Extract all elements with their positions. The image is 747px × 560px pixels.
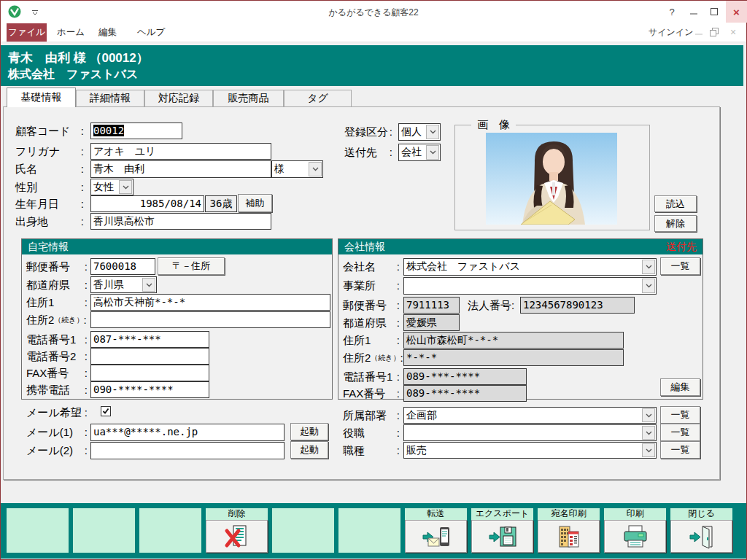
birthplace-field[interactable]: 香川県高松市 <box>90 213 271 230</box>
help-button[interactable]: ? <box>661 1 683 23</box>
jobtype-label: 職種 <box>343 442 400 459</box>
toolbar-slot-empty <box>338 508 400 553</box>
chevron-down-icon[interactable] <box>642 426 655 440</box>
customer-code-field[interactable]: 00012 <box>90 122 182 139</box>
customer-photo <box>486 133 617 225</box>
export-button[interactable]: エクスポート <box>471 508 533 553</box>
company-name-combo[interactable]: 株式会社 ファストバス <box>403 258 657 276</box>
company-fax-field: 089-***-**** <box>403 385 527 402</box>
home-tel2-label: 電話番号2 <box>26 348 88 365</box>
window-title: かるがるできる顧客22 <box>1 7 746 19</box>
close-app-button[interactable]: 閉じる <box>670 508 732 553</box>
registration-type-label: 登録区分 <box>344 123 392 140</box>
mdi-restore-button[interactable] <box>710 23 719 42</box>
transfer-button[interactable]: 転送 <box>405 508 467 553</box>
address-print-button[interactable]: 宛名印刷 <box>538 508 600 553</box>
tab-sales-products[interactable]: 販売商品 <box>213 90 284 106</box>
company-list-button[interactable]: 一覧 <box>660 257 700 275</box>
company-addr2-label: 住所2（続き） <box>343 349 403 366</box>
chevron-down-icon[interactable] <box>642 443 655 457</box>
chevron-down-icon[interactable] <box>642 279 655 293</box>
jobtype-list-button[interactable]: 一覧 <box>660 441 700 459</box>
department-combo[interactable]: 企画部 <box>403 407 657 424</box>
menu-file[interactable]: ファイル <box>7 23 47 42</box>
zip-to-address-button[interactable]: 〒－住所 <box>158 257 225 275</box>
home-mobile-field[interactable]: 090-****-**** <box>90 381 209 398</box>
mail1-field[interactable]: ua***@*****.ne.jp <box>90 424 285 441</box>
maximize-button[interactable] <box>703 1 725 23</box>
company-pref-field: 愛媛県 <box>403 314 460 331</box>
address-print-icon <box>554 524 584 549</box>
mail2-label: メール(2) <box>26 442 88 459</box>
print-button[interactable]: 印刷 <box>604 508 666 553</box>
chevron-down-icon[interactable] <box>642 260 655 274</box>
mdi-minimize-button[interactable] <box>695 23 703 42</box>
minimize-button[interactable] <box>683 1 705 23</box>
home-addr2-field[interactable] <box>90 311 330 328</box>
customer-banner: 青木 由利 様 （00012） 株式会社 ファストバス <box>1 45 743 86</box>
chevron-down-icon[interactable] <box>642 408 655 422</box>
menu-home[interactable]: ホーム <box>57 23 85 42</box>
department-list-button[interactable]: 一覧 <box>660 406 700 424</box>
menu-help[interactable]: ヘルプ <box>137 23 165 42</box>
toolbar-slot-empty <box>7 508 69 553</box>
company-tel1-field: 089-***-**** <box>403 368 527 385</box>
office-label: 事業所 <box>343 277 400 294</box>
honorific-combo[interactable]: 様 <box>271 160 323 178</box>
customer-code-label: 顧客コード <box>15 122 84 139</box>
home-fax-field[interactable] <box>90 365 209 381</box>
mail-wish-checkbox[interactable] <box>101 406 111 416</box>
company-addr1-label: 住所1 <box>343 332 400 349</box>
image-load-button[interactable]: 読込 <box>654 195 697 212</box>
office-combo[interactable] <box>403 277 657 295</box>
mail-wish-label: メール希望 <box>26 404 88 421</box>
birthdate-field[interactable]: 1985/08/14 <box>90 195 204 212</box>
menu-bar: ファイル ホーム 編集 ヘルプ サインイン × <box>1 23 746 42</box>
role-list-button[interactable]: 一覧 <box>660 424 700 441</box>
company-zip-label: 郵便番号 <box>343 297 400 314</box>
corporate-number-field: 1234567890123 <box>520 297 635 314</box>
chevron-down-icon[interactable] <box>426 145 439 160</box>
role-combo[interactable] <box>403 424 657 441</box>
mail1-launch-button[interactable]: 起動 <box>290 423 328 440</box>
mail2-launch-button[interactable]: 起動 <box>290 441 328 459</box>
signin-button[interactable]: サインイン <box>649 23 693 42</box>
home-zip-field[interactable]: 7600018 <box>90 258 155 275</box>
print-icon <box>621 524 650 549</box>
chevron-down-icon[interactable] <box>426 125 439 139</box>
delete-button[interactable]: 削除 <box>206 508 268 553</box>
furigana-label: フリガナ <box>15 143 84 160</box>
assist-button[interactable]: 補助 <box>238 194 272 212</box>
image-clear-button[interactable]: 解除 <box>654 215 697 232</box>
chevron-down-icon[interactable] <box>119 180 132 194</box>
jobtype-combo[interactable]: 販売 <box>403 442 657 459</box>
home-pref-combo[interactable]: 香川県 <box>90 276 157 293</box>
gender-combo[interactable]: 女性 <box>90 179 133 195</box>
toolbar-slot-empty <box>272 508 334 553</box>
home-addr1-field[interactable]: 高松市天神前*-*-* <box>90 294 330 311</box>
tab-response-records[interactable]: 対応記録 <box>144 90 213 106</box>
mdi-close-button[interactable]: × <box>730 23 736 42</box>
sendto-combo[interactable]: 会社 <box>398 144 441 161</box>
mail2-field[interactable] <box>90 442 285 459</box>
chevron-down-icon[interactable] <box>142 278 155 292</box>
name-field[interactable]: 青木 由利 <box>90 160 271 178</box>
sendto-badge: 送付先 <box>666 239 697 254</box>
close-button[interactable]: × <box>726 1 747 23</box>
tab-tag[interactable]: タグ <box>284 90 352 106</box>
tab-basic-info[interactable]: 基礎情報 <box>7 88 76 107</box>
chevron-down-icon[interactable] <box>309 162 322 176</box>
birthdate-label: 生年月日 <box>15 195 84 212</box>
company-edit-button[interactable]: 編集 <box>660 378 700 396</box>
home-tel1-field[interactable]: 087-***-*** <box>90 331 209 348</box>
home-tel2-field[interactable] <box>90 348 209 365</box>
title-bar: かるがるできる顧客22 ? × <box>1 1 746 23</box>
gender-label: 性別 <box>15 179 84 195</box>
company-zip-field: 7911113 <box>403 297 460 314</box>
menu-edit[interactable]: 編集 <box>98 23 117 42</box>
tab-detail-info[interactable]: 詳細情報 <box>76 90 144 106</box>
furigana-field[interactable]: アオキ ユリ <box>90 143 271 160</box>
name-label: 氏名 <box>15 160 84 177</box>
company-addr1-field: 松山市森松町*-*-* <box>403 332 624 349</box>
registration-type-combo[interactable]: 個人 <box>398 123 441 141</box>
